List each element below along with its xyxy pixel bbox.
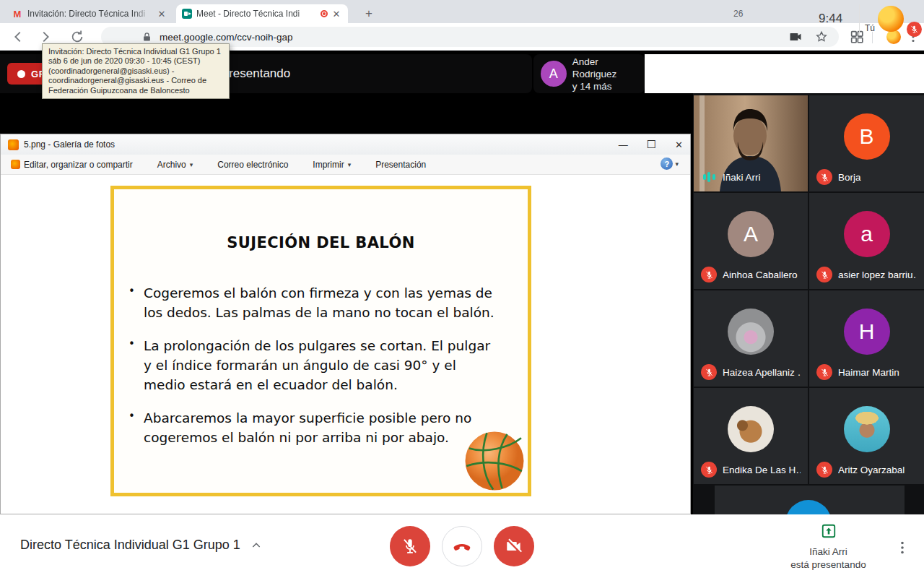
slide-title: SUJECIÓN DEL BALÓN bbox=[114, 234, 528, 251]
speaking-indicator-icon bbox=[701, 169, 717, 185]
participant-name-row: Aritz Oyarzabal bbox=[816, 462, 905, 478]
url-text: meet.google.com/ccv-noih-gap bbox=[160, 32, 293, 43]
participant-tile[interactable] bbox=[715, 486, 905, 514]
tooltip-line: Invitación: Directo Técnica Individual G… bbox=[48, 47, 223, 56]
presenter-status-text: está presentando bbox=[783, 559, 873, 570]
self-muted-badge bbox=[907, 22, 922, 37]
participants-summary-pill[interactable]: A Ander Rodriguez y 14 más bbox=[533, 54, 645, 93]
participant-name-row: Borja bbox=[816, 169, 861, 185]
slide-bullet: •La prolongación de los pulgares se cort… bbox=[128, 336, 515, 394]
avatar-photo-straw-hat-person bbox=[844, 406, 890, 452]
window-title-bar[interactable]: 5.png - Galería de fotos — ☐ ✕ bbox=[1, 134, 690, 155]
calendar-event-tooltip: Invitación: Directo Técnica Individual G… bbox=[42, 43, 230, 99]
participant-name: Borja bbox=[838, 172, 861, 183]
chevron-down-icon: ▾ bbox=[190, 161, 193, 168]
meet-topbar-controls bbox=[645, 54, 924, 93]
participant-tile[interactable]: AAinhoa Caballero bbox=[694, 193, 808, 289]
camera-in-use-icon[interactable] bbox=[788, 30, 803, 44]
tab-title: Meet - Directo Técnica Indi bbox=[196, 9, 313, 19]
participant-tile[interactable]: BBorja bbox=[809, 95, 924, 191]
chevron-up-icon[interactable] bbox=[250, 540, 262, 551]
mic-toggle-button[interactable] bbox=[390, 526, 430, 566]
meeting-clock: 9:44 bbox=[819, 12, 842, 26]
minimize-button[interactable]: — bbox=[619, 139, 628, 150]
mic-muted-icon bbox=[816, 169, 832, 185]
mic-muted-icon bbox=[816, 267, 832, 282]
presenting-icon bbox=[821, 523, 837, 539]
lock-icon bbox=[141, 32, 152, 43]
participant-count: 26 bbox=[733, 9, 743, 19]
menu-presentaci-n[interactable]: Presentación bbox=[375, 160, 426, 170]
participant-tile[interactable]: HHaimar Martin bbox=[809, 290, 924, 387]
tab-title: Invitación: Directo Técnica Indi bbox=[27, 9, 152, 19]
back-icon[interactable] bbox=[10, 29, 26, 45]
tab-close-icon[interactable]: ✕ bbox=[156, 9, 167, 20]
avatar-initial: B bbox=[844, 113, 890, 160]
slide-bullet: •Cogeremos el balón con firmeza y con la… bbox=[128, 283, 515, 322]
avatar-initial: A bbox=[728, 211, 774, 257]
participant-tile[interactable]: Endika De Las H… bbox=[694, 388, 808, 484]
hang-up-button[interactable] bbox=[442, 526, 482, 566]
presenter-name: Iñaki Arri bbox=[783, 546, 873, 557]
close-button[interactable]: ✕ bbox=[675, 139, 683, 150]
bullet-dot: • bbox=[128, 336, 144, 394]
gmail-favicon-icon: M bbox=[12, 9, 23, 20]
meet-favicon-icon bbox=[182, 9, 192, 19]
self-view-logo-avatar[interactable] bbox=[878, 6, 904, 32]
mic-muted-icon bbox=[701, 267, 717, 282]
participant-name: Aritz Oyarzabal bbox=[838, 465, 905, 475]
participant-name: Ainhoa Caballero bbox=[723, 269, 798, 280]
avatar-photo-puppy bbox=[728, 406, 774, 452]
tooltip-line: sáb 6 de jun de 2020 09:30 - 10:45 (CEST… bbox=[48, 56, 223, 66]
bookmark-star-icon[interactable] bbox=[814, 30, 829, 44]
participant-tile[interactable]: Iñaki Arri bbox=[694, 95, 808, 191]
avatar-initial: H bbox=[844, 309, 890, 355]
window-menu-bar: Editar, organizar o compartirArchivo▾Cor… bbox=[1, 155, 690, 175]
participant-name-row: Haimar Martin bbox=[816, 364, 899, 380]
federation-extension-logo-icon[interactable] bbox=[886, 30, 901, 44]
meeting-name[interactable]: Directo Técnica Individual G1 Grupo 1 bbox=[20, 538, 262, 553]
camera-toggle-button[interactable] bbox=[494, 526, 534, 566]
recording-dot-icon bbox=[17, 70, 25, 78]
chevron-down-icon: ▾ bbox=[675, 160, 679, 168]
participant-name-row: Ainhoa Caballero bbox=[701, 267, 798, 282]
tab-close-icon[interactable]: ✕ bbox=[331, 9, 342, 20]
self-view-label: Tú bbox=[865, 23, 875, 33]
tooltip-line: (coordinadorgeneral@gisaski.eus) - bbox=[48, 66, 223, 76]
tooltip-line: Federación Guipuzcoana de Baloncesto bbox=[48, 86, 223, 95]
window-title: 5.png - Galería de fotos bbox=[24, 139, 115, 150]
participant-tile[interactable]: Aritz Oyarzabal bbox=[809, 388, 924, 484]
more-options-icon[interactable] bbox=[894, 539, 911, 556]
menu-label: Imprimir bbox=[313, 160, 344, 170]
extensions-grid-icon[interactable] bbox=[849, 29, 865, 45]
participant-tile[interactable]: aasier lopez barriu… bbox=[809, 193, 924, 289]
participant-name-row: asier lopez barriu… bbox=[816, 267, 916, 282]
participant-name: Endika De Las H… bbox=[723, 465, 801, 475]
participant-name: Haizea Apellaniz … bbox=[723, 367, 801, 378]
photo-gallery-logo-icon bbox=[11, 160, 20, 169]
mic-muted-icon bbox=[701, 364, 717, 380]
maximize-button[interactable]: ☐ bbox=[647, 138, 656, 151]
menu-correo-electr-nico[interactable]: Correo electrónico bbox=[217, 160, 288, 170]
reload-icon[interactable] bbox=[69, 29, 85, 45]
bullet-text: Cogeremos el balón con firmeza y con las… bbox=[144, 283, 515, 322]
menu-archivo[interactable]: Archivo▾ bbox=[157, 160, 193, 170]
basketball-clipart bbox=[463, 428, 526, 494]
photo-viewer-window: 5.png - Galería de fotos — ☐ ✕ Editar, o… bbox=[0, 134, 691, 514]
avatar-partial bbox=[785, 500, 832, 514]
menu-imprimir[interactable]: Imprimir▾ bbox=[313, 160, 351, 170]
forward-icon[interactable] bbox=[38, 29, 53, 45]
help-button[interactable]: ? ▾ bbox=[661, 158, 679, 170]
tooltip-line: coordinadorgeneral@gisaski.eus - Correo … bbox=[48, 76, 223, 85]
participant-tile[interactable]: Haizea Apellaniz … bbox=[694, 290, 808, 387]
menu-editar-organizar-o-compartir[interactable]: Editar, organizar o compartir bbox=[11, 160, 133, 170]
bullet-dot: • bbox=[128, 408, 144, 447]
tab-meet-active[interactable]: Meet - Directo Técnica Indi ✕ bbox=[176, 4, 348, 23]
participant-name: Haimar Martin bbox=[838, 367, 899, 378]
menu-label: Presentación bbox=[375, 160, 426, 170]
tab-gmail-invitation[interactable]: M Invitación: Directo Técnica Indi ✕ bbox=[6, 4, 173, 23]
new-tab-button[interactable]: + bbox=[359, 4, 378, 23]
participant-avatar: A bbox=[541, 61, 567, 87]
participant-name: Iñaki Arri bbox=[723, 172, 761, 183]
bullet-text: Abarcaremos la mayor superficie posible … bbox=[144, 408, 515, 447]
